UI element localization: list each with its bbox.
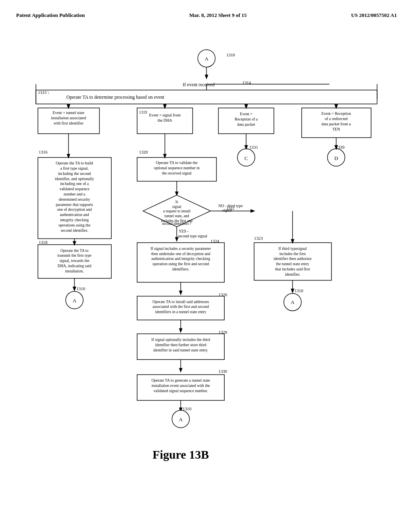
node-1310-top-label: A: [204, 56, 209, 62]
text-1326-1: Operate TA to install said addresses: [152, 299, 209, 304]
text-event4-2: of a redirected: [325, 116, 348, 121]
text-no: NO - third type: [219, 204, 243, 208]
text-1330-3: validated signal sequence number.: [154, 389, 208, 393]
label-1320: 1320: [139, 150, 148, 154]
text-1316-2: a first type signal,: [60, 166, 88, 170]
text-1324-2: then undertake one of decryption and: [151, 251, 211, 256]
text-transmit-1: Operate the TA to: [60, 248, 89, 253]
text-1323-3: identifier then authorize: [273, 256, 312, 261]
text-1324-1: If signal includes a security parameter: [150, 246, 211, 251]
text-1323-1: If third typesignal: [278, 246, 307, 251]
text-event1-1: Event = tunnel state: [53, 110, 85, 115]
label-1316: 1316: [39, 150, 48, 154]
text-event1-3: with first identifier: [54, 121, 84, 125]
text-1322-6: second identifiers ?: [162, 222, 192, 226]
text-event1-2: installation associated: [51, 116, 86, 120]
text-1316-12: integrity checking: [60, 218, 89, 222]
text-1328-2: identifier then further store third: [155, 343, 206, 347]
text-1326-3: identifiers in a tunnel state entry: [155, 310, 206, 314]
text-1323-2: includes the first: [280, 251, 306, 256]
label-1315: 1315 \: [38, 90, 49, 95]
text-1322-3: a request to install: [163, 209, 191, 213]
text-1324-3: authentication and integrity checking: [151, 256, 210, 261]
text-1316-8: determined security: [59, 197, 90, 202]
text-1316-3: including the second: [58, 171, 91, 176]
text-1320-3: the received signal: [162, 171, 192, 175]
text-event4-3: data packet from a: [321, 122, 351, 126]
text-1316-10: one of decryption and: [57, 207, 92, 212]
text-1324-5: identifiers.: [172, 267, 189, 271]
text-1316-4: identifier, and optionally: [55, 177, 94, 181]
label-c: 1331: [249, 145, 258, 150]
text-1323-4: the tunnel state entry: [276, 262, 309, 266]
text-1323-5: that includes said first: [275, 267, 310, 271]
text-event4-1: Event = Reception: [321, 111, 351, 116]
header-left: Patent Application Publication: [16, 12, 85, 19]
text-transmit-4: DHA, indicating said: [58, 264, 92, 268]
text-1328-3: identifier in said tunnel state entry.: [153, 348, 208, 352]
text-1322-2: signal: [172, 205, 181, 209]
text-1316-11: authentication and: [60, 212, 89, 217]
label-1323: 1323: [254, 236, 263, 241]
text-event3-3: data packet: [237, 122, 255, 127]
text-1330-1: Operate TA to generate a tunnel state: [151, 378, 210, 382]
header-right: US 2012/0057502 A1: [351, 12, 397, 19]
header-middle: Mar. 8, 2012 Sheet 9 of 15: [189, 12, 247, 19]
label-1330: 1330: [219, 369, 227, 374]
text-event2-1: Event = signal from: [149, 113, 181, 117]
text-1322-4: tunnel state, and: [165, 214, 189, 218]
text-1326-2: associated with the first and second: [152, 304, 209, 309]
text-event3-2: Reception of a: [235, 117, 258, 121]
node-1310-left-text: A: [73, 298, 77, 303]
label-1310-bot: 1310: [183, 406, 192, 411]
page: Patent Application Publication Mar. 8, 2…: [0, 0, 413, 532]
text-1324-4: operation using the first and second: [152, 262, 209, 266]
text-1316-1: Operate the TA to build: [56, 161, 93, 165]
node-1310-right-text: A: [291, 300, 295, 305]
text-event3-1: Event =: [240, 112, 252, 116]
text-1316-5: including one of a: [60, 182, 89, 186]
text-1320-2: optional sequence number in: [154, 166, 200, 170]
label-1310-top: 1310: [226, 52, 235, 57]
label-1310-left: 1310: [76, 286, 85, 291]
text-no2: signal: [222, 208, 232, 212]
label-1310-right: 1310: [294, 288, 303, 293]
node-c-text: C: [244, 156, 248, 161]
flowchart-svg: A 1310 If event received 1314 1315 \ Ope…: [16, 27, 397, 510]
text-1316-7: number and a: [64, 192, 86, 196]
figure-label: Figure 13B: [152, 448, 209, 461]
page-header: Patent Application Publication Mar. 8, 2…: [16, 8, 397, 27]
text-yes: YES -: [179, 229, 188, 234]
diagram-area: A 1310 If event received 1314 1315 \ Ope…: [16, 27, 397, 510]
text-1316-14: second identifier.: [61, 228, 88, 233]
text-transmit-3: signal, towards the: [60, 258, 90, 263]
label-1318: 1318: [39, 240, 48, 245]
if-event-received: If event received: [183, 82, 215, 87]
text-1315: Operate TA to determine processing based…: [66, 94, 165, 100]
text-event4-4: TEN: [332, 127, 340, 131]
text-transmit-2: transmit the first type: [57, 253, 92, 258]
text-yes2: second type signal: [178, 234, 207, 238]
text-1316-6: validated sequence: [59, 187, 90, 191]
text-1316-9: parameter that supports: [56, 202, 93, 207]
node-1310-bot-text: A: [179, 417, 183, 422]
text-1316-13: operations using the: [58, 223, 91, 227]
text-1322-1: Is: [175, 200, 178, 204]
node-d-text: D: [334, 156, 338, 161]
text-event2-2: the DHA: [158, 118, 173, 123]
text-1323-6: identifier.: [285, 272, 300, 276]
text-1320-1: Operate TA to validate the: [156, 160, 198, 165]
text-transmit-5: installation.: [65, 269, 83, 273]
text-1328-1: If signal optionally includes the third: [151, 337, 210, 342]
text-1330-2: installation event associated with the: [152, 383, 210, 388]
label-1319: 1319: [139, 110, 147, 115]
